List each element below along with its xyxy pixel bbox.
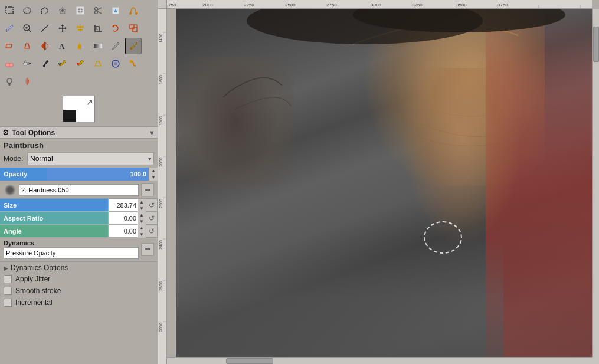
angle-reset-btn[interactable]: ↺	[146, 225, 158, 238]
svg-point-6	[95, 8, 98, 11]
incremental-checkbox[interactable]	[4, 299, 12, 307]
rect-select-tool[interactable]	[1, 2, 18, 19]
angle-stepper[interactable]: ▲ ▼	[138, 225, 146, 238]
eraser-tool[interactable]	[1, 55, 18, 72]
ellipse-select-tool[interactable]	[19, 2, 35, 19]
aspect-ratio-down-arrow[interactable]: ▼	[138, 218, 146, 225]
paths-tool[interactable]	[125, 2, 142, 19]
move-tool[interactable]	[54, 20, 71, 37]
perspective-clone-tool[interactable]	[90, 55, 106, 72]
aspect-ratio-up-arrow[interactable]: ▲	[138, 212, 146, 218]
foreground-color-swatch[interactable]	[63, 110, 76, 122]
size-label: Size	[0, 199, 24, 211]
image-canvas-wrapper[interactable]	[176, 9, 592, 357]
apply-jitter-row: Apply Jitter	[0, 273, 158, 285]
toolbar-row-3: A	[1, 38, 156, 54]
dodge-burn-tool[interactable]	[1, 73, 18, 90]
canvas-area: 750 2000 2250 2500 2750 3000 3250 3500 3…	[158, 0, 599, 364]
size-slider[interactable]: 283.74	[24, 199, 138, 211]
rotate-tool[interactable]	[107, 20, 124, 37]
aspect-ratio-slider[interactable]: 0.00	[47, 212, 138, 224]
text-tool[interactable]: A	[54, 38, 71, 54]
opacity-down-arrow[interactable]: ▼	[149, 174, 158, 181]
toolbar-row-4	[1, 55, 156, 72]
brush-edit-btn[interactable]: ✏	[141, 183, 154, 196]
scale-tool[interactable]	[125, 20, 142, 37]
vertical-scrollbar[interactable]	[592, 9, 599, 357]
paintbrush-tool[interactable]	[125, 38, 142, 54]
angle-down-arrow[interactable]: ▼	[138, 231, 146, 238]
apply-jitter-label: Apply Jitter	[15, 275, 50, 283]
svg-text:A: A	[59, 42, 65, 51]
mode-select[interactable]: Normal	[27, 152, 154, 165]
dynamics-edit-btn[interactable]: ✏	[141, 243, 154, 256]
svg-point-7	[95, 11, 98, 14]
dynamics-row: Dynamics ✏	[0, 238, 158, 261]
size-down-arrow[interactable]: ▼	[138, 205, 146, 212]
aspect-ratio-reset-btn[interactable]: ↺	[146, 212, 158, 225]
fuzzy-select-tool[interactable]	[54, 2, 71, 19]
svg-point-48	[25, 60, 26, 61]
toolbox: A	[0, 0, 158, 91]
color-picker-tool[interactable]	[1, 20, 18, 37]
size-value: 283.74	[108, 199, 138, 211]
smooth-stroke-checkbox[interactable]	[4, 287, 12, 295]
clone-tool[interactable]	[54, 55, 71, 72]
angle-value: 0.00	[108, 225, 138, 237]
free-select-tool[interactable]	[37, 2, 53, 19]
left-panel: A	[0, 0, 158, 364]
collapse-panel-btn[interactable]: ▼	[149, 129, 155, 136]
aspect-ratio-stepper[interactable]: ▲ ▼	[138, 212, 146, 225]
apply-jitter-checkbox[interactable]	[4, 275, 12, 283]
svg-text:2000: 2000	[159, 158, 163, 167]
svg-text:2400: 2400	[159, 240, 163, 250]
angle-slider[interactable]: 0.00	[27, 225, 138, 237]
perspective-tool[interactable]	[19, 38, 35, 54]
dynamics-input[interactable]	[4, 247, 139, 259]
toolbar-row-1	[1, 2, 156, 19]
opacity-up-arrow[interactable]: ▲	[149, 168, 158, 174]
opacity-stepper[interactable]: ▲ ▼	[149, 168, 158, 181]
divider-1	[0, 261, 158, 262]
opacity-slider[interactable]: 100.0	[47, 168, 149, 181]
angle-up-arrow[interactable]: ▲	[138, 225, 146, 231]
airbrush-tool[interactable]	[19, 55, 35, 72]
smooth-stroke-row: Smooth stroke	[0, 285, 158, 297]
svg-point-46	[24, 62, 27, 65]
shear-tool[interactable]	[1, 38, 18, 54]
image-simulation	[176, 9, 592, 357]
zoom-tool[interactable]	[19, 20, 35, 37]
size-reset-btn[interactable]: ↺	[146, 199, 158, 212]
brush-name-input[interactable]	[19, 184, 139, 196]
scissors-tool[interactable]	[90, 2, 106, 19]
smudge-tool[interactable]	[125, 55, 142, 72]
blend-tool[interactable]	[90, 38, 106, 54]
svg-point-56	[7, 78, 12, 83]
flip-tool[interactable]	[37, 38, 53, 54]
dynamics-options-row[interactable]: ▶ Dynamics Options	[0, 263, 158, 273]
ink-tool[interactable]	[37, 55, 53, 72]
blur-tool[interactable]	[107, 55, 124, 72]
pencil-tool[interactable]	[107, 38, 124, 54]
crop-tool[interactable]	[90, 20, 106, 37]
size-up-arrow[interactable]: ▲	[138, 199, 146, 205]
svg-marker-24	[65, 27, 67, 29]
brush-cursor-preview: ↗	[86, 97, 93, 107]
bucket-fill-tool[interactable]	[72, 38, 89, 54]
svg-point-54	[114, 62, 117, 65]
svg-rect-40	[78, 46, 81, 49]
align-tool[interactable]	[72, 20, 89, 37]
desaturate-tool[interactable]	[19, 73, 35, 90]
size-stepper[interactable]: ▲ ▼	[138, 199, 146, 212]
color-select-tool[interactable]	[72, 2, 89, 19]
svg-rect-34	[6, 44, 12, 48]
vertical-scrollbar-thumb[interactable]	[593, 27, 599, 62]
foreground-select-tool[interactable]	[107, 2, 124, 19]
horizontal-scrollbar[interactable]	[167, 357, 592, 364]
incremental-row: Incremental	[0, 297, 158, 309]
dynamics-label: Dynamics	[4, 240, 139, 247]
measure-tool[interactable]	[37, 20, 53, 37]
dynamics-options-label: Dynamics Options	[11, 264, 68, 272]
healing-tool[interactable]	[72, 55, 89, 72]
horizontal-scrollbar-thumb[interactable]	[226, 358, 273, 364]
